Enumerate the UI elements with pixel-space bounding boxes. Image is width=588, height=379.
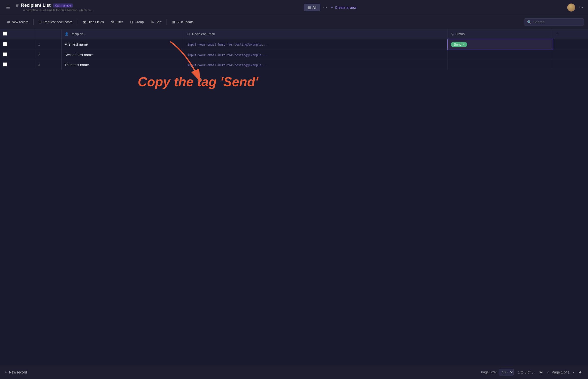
select-all-checkbox[interactable] [3,32,7,36]
bulk-update-button[interactable]: ⊞ Bulk update [169,18,197,26]
table-row: 2Second test nameinput-your-email-here-f… [0,50,588,60]
group-icon: ⊟ [130,20,133,24]
hide-fields-button[interactable]: ◉ Hide Fields [80,18,107,26]
row-status-cell[interactable]: Send × [448,39,553,50]
sort-button[interactable]: ⇅ Sort [148,18,165,26]
page-info: Page 1 of 1 [552,370,570,374]
next-page-button[interactable]: › [571,369,575,375]
person-icon: 👤 [65,32,69,36]
circle-icon: ◎ [451,32,454,36]
page-size-select[interactable]: 100 50 25 [499,369,514,375]
row-number: 3 [35,60,61,70]
header-add-col[interactable]: + [553,29,588,39]
prev-page-button[interactable]: ‹ [546,369,550,375]
row-name-cell: Third test name [61,60,184,70]
top-bar-left: ☰ # Recipient List Can manage A complete… [4,3,93,12]
top-bar: ☰ # Recipient List Can manage A complete… [0,0,588,15]
table-container: 👤 Recipien... ✉ Recipient Email ◎ Status… [0,29,588,365]
row-checkbox[interactable] [3,42,7,46]
new-record-label: New record [12,20,28,24]
page-title: Recipient List [21,3,51,8]
row-email-cell: input-your-email-here-for-testing@exampl… [184,50,448,60]
create-view-button[interactable]: ＋ Create a view [330,5,357,10]
sort-icon: ⇅ [151,20,154,24]
bottom-right: Page Size: 100 50 25 1 to 3 of 3 ⏮ ‹ Pag… [481,369,584,375]
hide-fields-label: Hide Fields [88,20,104,24]
search-input[interactable] [533,20,581,24]
status-col-label: Status [455,32,465,36]
row-email-cell: input-your-email-here-for-testing@exampl… [184,60,448,70]
header-recipient-col[interactable]: 👤 Recipien... [61,29,184,39]
page-subtitle: A complete list of emails for bulk sendi… [23,9,93,12]
header-checkbox-col [0,29,35,39]
envelope-icon: ✉ [187,32,190,36]
new-record-bottom-button[interactable]: ＋ New record [4,370,27,374]
pagination-controls: ⏮ ‹ Page 1 of 1 › ⏭ [537,369,584,375]
title-section: # Recipient List Can manage A complete l… [16,3,93,12]
group-label: Group [135,20,144,24]
can-manage-badge: Can manage [53,4,73,8]
header-status-col[interactable]: ◎ Status [448,29,553,39]
toolbar: ⊕ New record ⊞ Request new record ◉ Hide… [0,15,588,29]
row-number: 1 [35,39,61,50]
status-tag[interactable]: Send × [451,42,467,47]
row-checkbox[interactable] [3,52,7,56]
email-col-label: Recipient Email [192,32,215,36]
bulk-icon: ⊞ [172,20,175,24]
row-name-cell: First test name [61,39,184,50]
status-tag-label: Send [454,43,461,46]
separator-1 [33,19,34,25]
filter-button[interactable]: ⚗ Filter [108,18,126,26]
main-content: 👤 Recipien... ✉ Recipient Email ◎ Status… [0,29,588,365]
views-section: ▦ All ··· ＋ Create a view [304,4,356,11]
sidebar-toggle[interactable]: ☰ [4,3,12,12]
search-icon: 🔍 [527,20,531,24]
bulk-update-label: Bulk update [177,20,194,24]
grid-icon: ▦ [308,6,311,10]
bottom-left: ＋ New record [4,370,27,374]
row-checkbox-cell [0,50,35,60]
row-checkbox-cell [0,60,35,70]
group-button[interactable]: ⊟ Group [127,18,147,26]
first-page-button[interactable]: ⏮ [537,369,544,375]
separator-2 [78,19,78,25]
bottom-bar: ＋ New record Page Size: 100 50 25 1 to 3… [0,365,588,379]
separator-3 [167,19,167,25]
recipient-col-label: Recipien... [70,32,86,36]
all-view-button[interactable]: ▦ All [304,4,320,11]
row-email-link[interactable]: input-your-email-here-for-testing@exampl… [187,63,269,67]
plus-icon: ＋ [330,5,334,10]
header-num-col [35,29,61,39]
table-row: 3Third test nameinput-your-email-here-fo… [0,60,588,70]
more-options-button[interactable]: ··· [578,4,584,11]
status-tag-close[interactable]: × [463,43,465,46]
plus-icon-bottom: ＋ [4,370,8,374]
records-info: 1 to 3 of 3 [518,370,533,374]
new-record-button[interactable]: ⊕ New record [4,18,31,26]
row-email-cell: input-your-email-here-for-testing@exampl… [184,39,448,50]
row-status-cell[interactable] [448,50,553,60]
page-size-label: Page Size: [481,370,497,374]
view-options-button[interactable]: ··· [322,4,328,11]
add-col-label: + [556,32,558,36]
row-checkbox[interactable] [3,62,7,66]
filter-label: Filter [116,20,123,24]
data-table: 👤 Recipien... ✉ Recipient Email ◎ Status… [0,29,588,70]
filter-icon: ⚗ [111,20,114,24]
create-view-label: Create a view [335,6,357,10]
request-new-record-button[interactable]: ⊞ Request new record [36,18,75,26]
all-view-label: All [313,6,317,10]
eye-icon: ◉ [83,20,86,24]
title-row: # Recipient List Can manage [16,3,93,8]
table-row: 1First test nameinput-your-email-here-fo… [0,39,588,50]
row-email-link[interactable]: input-your-email-here-for-testing@exampl… [187,43,269,46]
request-icon: ⊞ [39,20,42,24]
last-page-button[interactable]: ⏭ [577,369,584,375]
row-status-cell[interactable] [448,60,553,70]
row-email-link[interactable]: input-your-email-here-for-testing@exampl… [187,53,269,57]
avatar[interactable] [567,4,575,12]
row-add-cell [553,39,588,50]
search-box[interactable]: 🔍 [524,18,584,26]
row-add-cell [553,60,588,70]
header-email-col[interactable]: ✉ Recipient Email [184,29,448,39]
